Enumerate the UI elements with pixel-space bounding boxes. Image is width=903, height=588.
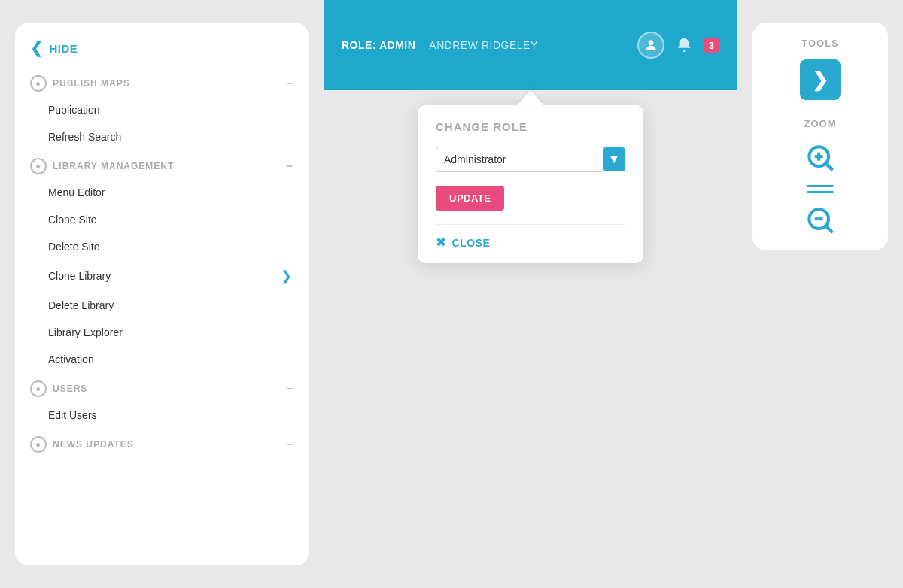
zoom-divider-line-1 [807, 185, 834, 187]
close-label: CLOSE [452, 237, 491, 249]
menu-editor-label: Menu Editor [48, 186, 105, 199]
sidebar-item-refresh-search[interactable]: Refresh Search [21, 123, 303, 150]
sidebar-item-menu-editor[interactable]: Menu Editor [21, 179, 303, 206]
publish-maps-collapse[interactable]: − [286, 77, 293, 90]
header-bar: ROLE: ADMIN ANDREW RIDGELEY 3 [324, 0, 737, 90]
svg-point-0 [648, 40, 653, 45]
left-panel: ❮ HIDE ● PUBLISH MAPS − Publication Refr… [0, 0, 324, 588]
dialog-container: CHANGE ROLE Administrator Editor Viewer … [324, 90, 737, 588]
svg-line-4 [826, 164, 832, 170]
news-updates-icon: ● [30, 436, 47, 453]
section-header-left-users: ● USERS [30, 380, 87, 397]
svg-line-7 [826, 226, 832, 232]
tools-card: TOOLS ❯ ZOOM [752, 23, 888, 250]
library-management-collapse[interactable]: − [286, 159, 293, 173]
hide-button[interactable]: ❮ HIDE [21, 35, 303, 68]
sidebar-item-delete-site[interactable]: Delete Site [21, 233, 303, 260]
users-collapse[interactable]: − [286, 382, 293, 396]
publish-maps-label: PUBLISH MAPS [53, 78, 130, 89]
library-management-label: LIBRARY MANAGEMENT [53, 161, 174, 171]
users-icon: ● [30, 380, 47, 397]
dropdown-arrow-button[interactable]: ▼ [603, 147, 625, 171]
bell-icon[interactable] [672, 33, 696, 57]
delete-site-label: Delete Site [48, 241, 99, 253]
zoom-label: ZOOM [804, 111, 837, 135]
middle-panel: ROLE: ADMIN ANDREW RIDGELEY 3 CHANGE ROL… [324, 0, 737, 588]
clone-site-label: Clone Site [48, 214, 97, 226]
dialog-arrow [517, 90, 544, 105]
edit-users-label: Edit Users [48, 409, 97, 421]
clone-library-arrow: ❯ [281, 268, 292, 284]
sidebar-item-library-explorer[interactable]: Library Explorer [21, 319, 303, 346]
publish-maps-icon: ● [30, 75, 47, 92]
tools-label: TOOLS [801, 33, 839, 56]
sidebar-item-delete-library[interactable]: Delete Library [21, 292, 303, 319]
users-label: USERS [53, 383, 87, 394]
sidebar-item-edit-users[interactable]: Edit Users [21, 402, 303, 429]
library-explorer-label: Library Explorer [48, 326, 123, 338]
section-library-management: ● LIBRARY MANAGEMENT − [21, 150, 303, 179]
tools-nav-button[interactable]: ❯ [800, 59, 841, 100]
section-header-left-lib: ● LIBRARY MANAGEMENT [30, 158, 174, 174]
role-select[interactable]: Administrator Editor Viewer [436, 147, 604, 172]
sidebar-item-publication[interactable]: Publication [21, 96, 303, 123]
hide-label: HIDE [50, 42, 78, 55]
news-updates-label: NEWS UPDATES [53, 439, 134, 450]
right-panel: TOOLS ❯ ZOOM [737, 0, 903, 588]
role-text: ROLE: ADMIN [342, 39, 415, 51]
sidebar-item-activation[interactable]: Activation [21, 346, 303, 373]
delete-library-label: Delete Library [48, 299, 114, 311]
dialog-divider [436, 224, 625, 225]
zoom-divider-line-2 [807, 191, 834, 193]
library-management-icon: ● [30, 158, 47, 174]
chevron-left-icon: ❮ [30, 39, 44, 57]
clone-library-label: Clone Library [48, 270, 111, 282]
dialog-title: CHANGE ROLE [436, 120, 625, 133]
user-name: ANDREW RIDGELEY [429, 39, 537, 51]
news-updates-collapse[interactable]: − [286, 438, 293, 451]
dialog-wrapper: CHANGE ROLE Administrator Editor Viewer … [418, 90, 643, 263]
zoom-in-button[interactable] [801, 138, 840, 177]
close-x-icon: ✖ [436, 235, 446, 250]
section-header-left-news: ● NEWS UPDATES [30, 436, 134, 453]
update-button[interactable]: UPDATE [436, 186, 504, 211]
header-icons: 3 [637, 32, 719, 59]
refresh-search-label: Refresh Search [48, 131, 121, 143]
section-publish-maps: ● PUBLISH MAPS − [21, 68, 303, 96]
sidebar-item-clone-library[interactable]: Clone Library ❯ [21, 260, 303, 292]
avatar-icon[interactable] [637, 32, 664, 59]
sidebar-card: ❮ HIDE ● PUBLISH MAPS − Publication Refr… [15, 23, 309, 565]
sidebar-item-clone-site[interactable]: Clone Site [21, 206, 303, 233]
dropdown-row: Administrator Editor Viewer ▼ [436, 147, 625, 172]
section-header-left: ● PUBLISH MAPS [30, 75, 130, 92]
activation-label: Activation [48, 353, 94, 365]
zoom-divider [807, 185, 834, 193]
section-news-updates: ● NEWS UPDATES − [21, 429, 303, 457]
section-users: ● USERS − [21, 373, 303, 402]
change-role-dialog: CHANGE ROLE Administrator Editor Viewer … [418, 105, 643, 263]
notification-badge: 3 [704, 38, 719, 53]
publication-label: Publication [48, 104, 100, 116]
zoom-out-button[interactable] [801, 201, 840, 240]
close-row[interactable]: ✖ CLOSE [436, 235, 625, 250]
